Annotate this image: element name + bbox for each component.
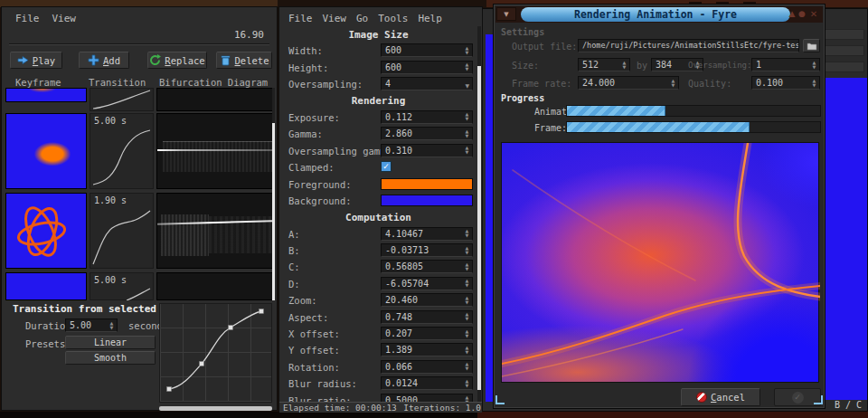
minimize-icon[interactable]: ● [797, 9, 807, 18]
menu-view[interactable]: View [52, 13, 77, 24]
keyframe-thumbnail[interactable] [5, 113, 87, 189]
menu-file[interactable]: File [15, 13, 40, 24]
cancel-icon [696, 392, 707, 403]
column-bifurcation: Bifurcation Diagram [159, 77, 268, 88]
menubar: File View [15, 13, 76, 24]
keyframe-thumbnail[interactable] [5, 193, 87, 269]
spinner-icon[interactable] [810, 59, 818, 71]
frame-rate-label: Frame rate: [512, 79, 571, 89]
c-input[interactable]: 0.56805 [381, 260, 473, 273]
window-menu-icon[interactable] [496, 7, 516, 21]
frame-rate-input[interactable]: 24.000 [578, 76, 679, 90]
foreground-label: Foreground: [288, 179, 352, 190]
menu-file[interactable]: File [288, 13, 313, 24]
spinner-icon[interactable] [463, 145, 471, 157]
aspect-input[interactable]: 0.748 [381, 310, 473, 324]
spinner-icon[interactable] [463, 278, 471, 290]
blur-ratio-input[interactable]: 0.5000 [381, 394, 473, 402]
oversampling-select[interactable]: 4 [381, 77, 473, 90]
spinner-icon[interactable] [463, 294, 471, 306]
menu-view[interactable]: View [323, 13, 347, 24]
transition-curve [90, 89, 153, 110]
spinner-icon[interactable] [463, 394, 471, 402]
folder-icon [807, 42, 817, 51]
spinner-icon[interactable] [463, 44, 471, 56]
y-offset-label: Y offset: [288, 345, 340, 356]
background-field [819, 62, 864, 72]
duration-input[interactable]: 5.00 [65, 318, 118, 332]
background-field [819, 45, 864, 56]
render-preview [501, 142, 819, 383]
preset-linear-button[interactable]: Linear [65, 336, 156, 349]
progress-section-label: Progress [501, 93, 544, 103]
output-file-input[interactable]: /home/ruji/Pictures/AnimationStillsEtc/f… [578, 39, 799, 52]
browse-button[interactable] [803, 39, 820, 52]
clamped-checkbox[interactable] [381, 161, 392, 172]
size-width-input[interactable]: 512 [578, 58, 630, 71]
play-button[interactable]: Play [10, 52, 62, 69]
spinner-icon[interactable] [463, 344, 471, 356]
a-input[interactable]: 4.10467 [381, 227, 473, 241]
spinner-icon[interactable] [669, 77, 677, 89]
spinner-icon[interactable] [463, 128, 471, 139]
gamma-input[interactable]: 2.860 [381, 127, 473, 140]
x-offset-input[interactable]: 0.207 [381, 327, 473, 340]
quality-input[interactable]: 0.100 [751, 76, 820, 90]
ok-check-icon [792, 392, 804, 404]
keyframe-thumbnail[interactable] [5, 88, 87, 102]
spline-editor[interactable] [159, 303, 272, 403]
y-offset-input[interactable]: 1.389 [381, 343, 473, 356]
zoom-input[interactable]: 20.460 [381, 293, 473, 307]
spinner-icon[interactable] [463, 328, 471, 339]
replace-button[interactable]: Replace [147, 52, 207, 69]
dialog-titlebar[interactable]: Rendering Animation - Fyre ▲ ● ✕ [495, 6, 823, 23]
d-input[interactable]: -6.05704 [381, 277, 473, 290]
spinner-icon[interactable] [463, 377, 471, 389]
transition-curve [90, 128, 153, 187]
spinner-icon[interactable] [810, 77, 818, 89]
params-scrollbar-thumb[interactable] [477, 66, 481, 390]
blur-radius-input[interactable]: 0.0124 [381, 376, 473, 390]
delete-button[interactable]: Delete [216, 52, 272, 69]
spinner-icon[interactable] [108, 319, 116, 331]
exposure-input[interactable]: 0.112 [381, 110, 473, 124]
desktop: B / C File View 16.90 Play Add R [0, 0, 868, 418]
replace-label: Replace [165, 55, 204, 66]
transition-duration: 1.90 s [94, 195, 127, 205]
resize-grip-right[interactable] [814, 395, 823, 404]
dialog-oversampling-input[interactable]: 1 [751, 58, 820, 71]
menu-help[interactable]: Help [418, 13, 442, 24]
spinner-icon[interactable] [463, 311, 471, 323]
rotation-label: Rotation: [288, 362, 340, 373]
spinner-icon[interactable] [463, 361, 471, 373]
animation-progress-bar [566, 105, 821, 117]
resize-grip-left[interactable] [495, 395, 505, 404]
background-color-button[interactable] [381, 195, 473, 206]
height-input[interactable]: 600 [381, 61, 473, 74]
oversampling-gamma-input[interactable]: 0.310 [381, 144, 473, 157]
b-input[interactable]: -0.03713 [381, 243, 473, 257]
list-scrollbar-thumb[interactable] [272, 123, 275, 300]
background-label: Background: [288, 195, 352, 206]
spinner-icon[interactable] [463, 261, 471, 272]
foreground-color-button[interactable] [381, 178, 473, 190]
spinner-icon[interactable] [463, 111, 471, 123]
menu-tools[interactable]: Tools [378, 13, 408, 24]
section-rendering: Rendering [279, 93, 477, 109]
keyframe-thumbnail[interactable] [5, 272, 87, 300]
add-button[interactable]: Add [79, 52, 129, 69]
width-input[interactable]: 600 [381, 43, 473, 57]
iterations: Iterations: 1.0 [403, 403, 481, 413]
spinner-icon[interactable] [463, 244, 471, 256]
spinner-icon[interactable] [620, 59, 628, 71]
menu-go[interactable]: Go [356, 13, 368, 24]
total-time-value: 16.90 [234, 29, 264, 41]
close-icon[interactable]: ✕ [808, 9, 819, 19]
background-field [819, 29, 864, 40]
spline-scrollbar[interactable] [159, 406, 272, 411]
preset-smooth-button[interactable]: Smooth [65, 351, 156, 365]
rotation-input[interactable]: 0.066 [381, 360, 473, 374]
spinner-icon[interactable] [463, 228, 471, 240]
cancel-button[interactable]: Cancel [681, 388, 760, 406]
spinner-icon[interactable] [463, 62, 471, 73]
